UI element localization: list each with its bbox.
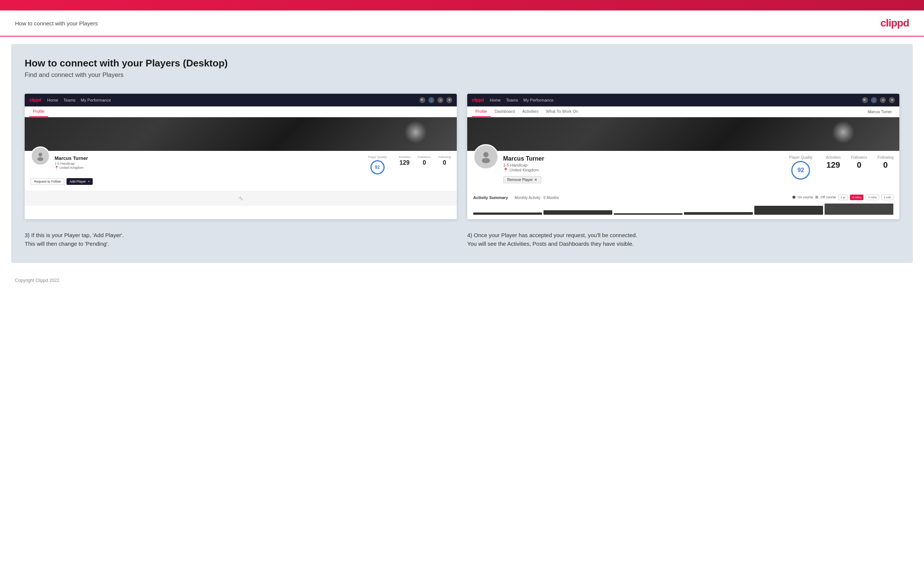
right-quality-circle: 92 [791, 161, 810, 180]
left-activities-label: Activities [399, 155, 410, 159]
right-profile-info: Marcus Turner 1-5 Handicap 📍 United King… [503, 155, 785, 184]
left-stat-following: Following 0 [438, 155, 451, 166]
tab-profile-left[interactable]: Profile [29, 106, 48, 117]
right-following-label: Following [878, 155, 893, 160]
chart-bar-3 [614, 213, 683, 215]
right-user-icon[interactable]: 👤 [871, 97, 877, 103]
activity-header: Activity Summary Monthly Activity · 6 Mo… [473, 194, 893, 201]
main-content: How to connect with your Players (Deskto… [11, 44, 913, 263]
settings-icon[interactable]: ⚙ [437, 97, 443, 103]
right-stat-following: Following 0 [878, 155, 893, 170]
left-followers-value: 0 [418, 160, 431, 166]
tab-activities-right[interactable]: Activities [519, 106, 542, 117]
copyright-text: Copyright Clippd 2022 [15, 278, 60, 283]
period-3mths[interactable]: 3 mths [866, 195, 879, 200]
right-quality-container: Player Quality 92 [789, 155, 812, 180]
user-dropdown-right[interactable]: Marcus Turner [868, 110, 895, 114]
chart-bar-6 [825, 203, 893, 215]
tab-profile-right[interactable]: Profile [472, 106, 491, 117]
right-settings-icon[interactable]: ⚙ [880, 97, 886, 103]
period-1mth[interactable]: 1 mth [881, 195, 893, 200]
right-following-value: 0 [878, 160, 893, 170]
add-player-button[interactable]: Add Player + [66, 178, 93, 185]
right-followers-value: 0 [851, 160, 867, 170]
left-profile-row: Marcus Turner 1-5 Handicap 📍 United King… [31, 155, 451, 174]
right-nav-links: Home Teams My Performance [489, 98, 856, 102]
left-profile-handicap: 1-5 Handicap [55, 162, 364, 166]
left-quality-circle: 92 [370, 160, 384, 174]
left-followers-label: Followers [418, 155, 431, 159]
chart-bar-1 [473, 213, 542, 215]
right-stat-activities: Activities 129 [826, 155, 841, 170]
left-quality-container: Player Quality 92 [368, 155, 387, 174]
right-flag-icon[interactable]: ⚑ [889, 97, 895, 103]
svg-point-3 [482, 158, 490, 163]
search-icon[interactable]: 🔍 [419, 97, 425, 103]
right-activities-label: Activities [826, 155, 841, 160]
right-tabs-list: Profile Dashboard Activities What To Wor… [472, 106, 582, 117]
right-search-icon[interactable]: 🔍 [862, 97, 868, 103]
page-subheading: Find and connect with your Players [25, 71, 899, 79]
left-profile-section: Marcus Turner 1-5 Handicap 📍 United King… [25, 151, 457, 191]
left-stat-followers: Followers 0 [418, 155, 431, 166]
left-nav-performance[interactable]: My Performance [81, 98, 111, 102]
left-profile-name: Marcus Turner [55, 155, 364, 161]
page-heading: How to connect with your Players (Deskto… [25, 58, 899, 69]
left-hero-banner [25, 117, 457, 151]
left-activities-value: 129 [399, 160, 410, 166]
activity-title-group: Activity Summary Monthly Activity · 6 Mo… [473, 194, 559, 201]
left-following-label: Following [438, 155, 451, 159]
screenshots-row: clippd Home Teams My Performance 🔍 👤 ⚙ ⚑… [25, 94, 899, 219]
descriptions-row: 3) If this is your Player tap, 'Add Play… [25, 231, 899, 248]
right-avatar-icon [479, 150, 493, 164]
right-profile-row: Marcus Turner 1-5 Handicap 📍 United King… [473, 155, 893, 184]
tab-what-to-work-right[interactable]: What To Work On [542, 106, 582, 117]
left-quality-label: Player Quality [368, 155, 387, 159]
left-screenshot-bottom: ✂ [25, 191, 457, 206]
left-nav-links: Home Teams My Performance [47, 98, 414, 102]
right-stats: Activities 129 Followers 0 Following 0 [826, 155, 894, 170]
description-left: 3) If this is your Player tap, 'Add Play… [25, 231, 457, 248]
clippd-logo: clippd [880, 17, 909, 29]
left-nav-icons: 🔍 👤 ⚙ ⚑ [419, 97, 452, 103]
description-left-text: 3) If this is your Player tap, 'Add Play… [25, 231, 457, 248]
screenshot-right: clippd Home Teams My Performance 🔍 👤 ⚙ ⚑… [467, 94, 899, 219]
left-stats: Activities 129 Followers 0 Following 0 [399, 155, 451, 166]
right-nav-performance[interactable]: My Performance [523, 98, 554, 102]
right-quality-label: Player Quality [789, 155, 812, 160]
close-icon: ✕ [534, 178, 537, 182]
activity-title: Activity Summary [473, 195, 508, 200]
tab-dashboard-right[interactable]: Dashboard [491, 106, 519, 117]
left-following-value: 0 [438, 160, 451, 166]
right-profile-handicap: 1-5 Handicap [503, 163, 785, 167]
left-nav-teams[interactable]: Teams [63, 98, 76, 102]
flag-icon[interactable]: ⚑ [446, 97, 452, 103]
scissors-icon: ✂ [237, 194, 245, 203]
activity-controls: On course Off course 1 yr 6 mths 3 mths … [792, 195, 893, 200]
right-profile-location: 📍 United Kingdom [503, 168, 785, 172]
remove-player-button[interactable]: Remove Player ✕ [503, 176, 541, 184]
left-profile-buttons: Request to Follow Add Player + [31, 178, 451, 185]
left-nav-logo: clippd [29, 97, 41, 103]
right-activities-value: 129 [826, 160, 841, 170]
off-course-label: Off course [821, 195, 836, 199]
right-nav-teams[interactable]: Teams [506, 98, 518, 102]
right-nav-home[interactable]: Home [489, 98, 501, 102]
right-hero-banner [467, 117, 899, 151]
right-location-pin-icon: 📍 [503, 168, 508, 172]
period-1yr[interactable]: 1 yr [838, 195, 848, 200]
period-6mths[interactable]: 6 mths [850, 195, 863, 200]
request-follow-button[interactable]: Request to Follow [31, 178, 64, 185]
right-activity-summary: Activity Summary Monthly Activity · 6 Mo… [467, 189, 899, 219]
header: How to connect with your Players clippd [0, 10, 924, 37]
right-nav-logo: clippd [472, 97, 484, 103]
user-icon[interactable]: 👤 [428, 97, 435, 103]
right-app-nav: clippd Home Teams My Performance 🔍 👤 ⚙ ⚑ [467, 94, 899, 106]
chart-bar-4 [684, 212, 753, 215]
right-remove-container: Remove Player ✕ [503, 176, 785, 184]
description-right-text: 4) Once your Player has accepted your re… [467, 231, 899, 248]
location-pin-icon: 📍 [55, 166, 59, 169]
left-nav-home[interactable]: Home [47, 98, 58, 102]
right-stat-followers: Followers 0 [851, 155, 867, 170]
svg-point-0 [39, 153, 42, 156]
